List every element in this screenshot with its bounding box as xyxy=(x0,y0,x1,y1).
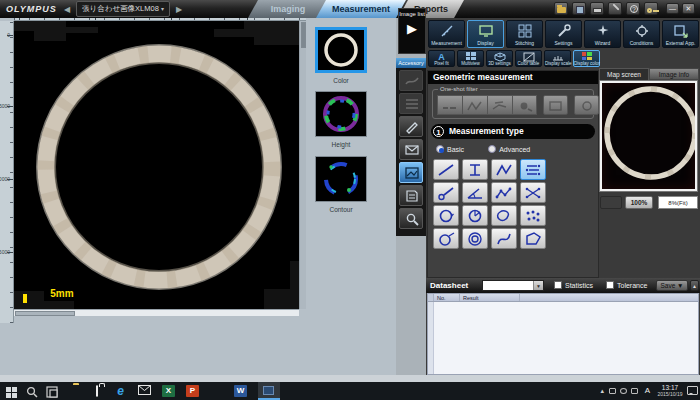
ribbon-display-button[interactable]: Display xyxy=(467,20,504,48)
tool-height-gauge[interactable] xyxy=(462,159,488,180)
tool-radius-line[interactable] xyxy=(433,182,459,203)
tab-imaging[interactable]: Imaging xyxy=(248,0,328,18)
tool-connected-lines[interactable] xyxy=(491,182,517,203)
smart-tool-button xyxy=(399,70,423,91)
print-icon[interactable] xyxy=(590,2,604,15)
document-tab[interactable]: 張り合わせ画像XLM08 ▾ xyxy=(76,1,170,17)
tool-arc-pie[interactable] xyxy=(462,205,488,226)
memo-note-button[interactable] xyxy=(399,185,423,206)
search-button[interactable] xyxy=(26,384,44,398)
tray-volume-icon[interactable] xyxy=(620,388,627,394)
ribbon-color-table-button[interactable]: Color table xyxy=(515,50,542,67)
network-sphere-icon[interactable] xyxy=(210,385,223,397)
titlebar: OLYMPUS ◀ 張り合わせ画像XLM08 ▾ ▶ Imaging Measu… xyxy=(0,0,700,18)
tool-polygon-area[interactable] xyxy=(520,228,546,249)
zoom-tool-button-disabled xyxy=(600,196,622,209)
image-list-button[interactable]: Image list ▶ xyxy=(398,8,426,54)
tab-measurement[interactable]: Measurement xyxy=(316,0,406,18)
one-shot-filter-group: One-shot filter xyxy=(432,89,594,119)
mode-radios: Basic Advanced xyxy=(436,145,530,153)
save-dropdown-button[interactable]: Save ▼ xyxy=(656,280,688,291)
powerpoint-icon[interactable]: P xyxy=(186,385,199,397)
ribbon-measurement-button[interactable]: Measurement xyxy=(428,20,465,48)
datasheet-toolbar: Datasheet ▼ Statistics Tolerance Save ▼ … xyxy=(426,278,700,293)
active-olympus-app-icon[interactable] xyxy=(258,382,280,400)
tool-concentric-circles[interactable] xyxy=(462,228,488,249)
tool-cross-lines[interactable] xyxy=(520,182,546,203)
horizontal-scrollbar[interactable] xyxy=(14,309,299,316)
ribbon-display-scale-button[interactable]: Display scale xyxy=(544,50,571,67)
excel-icon[interactable]: X xyxy=(162,385,175,397)
word-icon[interactable]: W xyxy=(234,385,247,397)
edge-browser-icon[interactable]: e xyxy=(114,385,127,397)
help-icon[interactable]: ? xyxy=(626,2,640,15)
start-button[interactable] xyxy=(6,384,24,398)
map-preview[interactable] xyxy=(600,81,697,191)
vertical-scrollbar[interactable] xyxy=(299,21,306,309)
tool-circle-leader[interactable] xyxy=(433,228,459,249)
key-icon[interactable] xyxy=(644,2,658,15)
window-bottom-edge xyxy=(0,375,700,382)
ribbon-external-app-button[interactable]: External App. xyxy=(662,20,699,48)
ribbon-settings-button[interactable]: Settings xyxy=(545,20,582,48)
ribbon-multiview-button[interactable]: Multiview xyxy=(457,50,484,67)
clock-date: 2015/10/19 xyxy=(650,391,690,397)
minimize-button[interactable]: — xyxy=(666,3,679,14)
one-shot-filter-2-button xyxy=(462,95,487,115)
ribbon-pixel-fit-button[interactable]: A Pixel fit xyxy=(428,50,455,67)
taskbar-clock[interactable]: 13:17 2015/10/19 xyxy=(650,384,690,397)
settings-wrench-icon[interactable] xyxy=(608,2,622,15)
stitch-pen-button[interactable] xyxy=(399,116,423,137)
tool-polyline[interactable] xyxy=(491,159,517,180)
thumbnail-contour[interactable] xyxy=(315,156,367,202)
tool-angle[interactable] xyxy=(462,182,488,203)
task-view-button[interactable] xyxy=(46,384,64,398)
panel-title: Geometric measurement xyxy=(428,71,598,84)
ribbon-wizard-button[interactable]: Wizard xyxy=(584,20,621,48)
save-icon[interactable] xyxy=(572,2,586,15)
tool-point-count[interactable] xyxy=(520,205,546,226)
mail-icon[interactable] xyxy=(138,385,151,397)
tray-network-icon[interactable] xyxy=(609,388,616,394)
thumbnail-color[interactable] xyxy=(315,27,367,73)
action-center-icon[interactable] xyxy=(687,386,698,395)
basic-radio[interactable]: Basic xyxy=(436,145,464,153)
tolerance-checkbox[interactable]: Tolerance xyxy=(606,281,647,289)
tab-map-screen[interactable]: Map screen xyxy=(599,68,649,80)
clock-time: 13:17 xyxy=(650,384,690,391)
results-table-body[interactable] xyxy=(428,302,698,374)
prev-image-button[interactable]: ◀ xyxy=(64,5,70,14)
ribbon-3d-settings-button[interactable]: 3D settings xyxy=(486,50,513,67)
advanced-radio[interactable]: Advanced xyxy=(488,145,530,153)
tab-image-info[interactable]: Image info xyxy=(649,68,699,80)
tool-line[interactable] xyxy=(433,159,459,180)
tray-expand-icon[interactable]: ▴ xyxy=(600,387,604,395)
zoom-level-field[interactable]: 8%(Fit) xyxy=(658,196,698,209)
zoom-100-button[interactable]: 100% xyxy=(625,196,653,209)
datasheet-combobox[interactable]: ▼ xyxy=(482,280,544,291)
tray-display-icon[interactable] xyxy=(631,388,638,394)
measurement-type-header: 1 Measurement type xyxy=(431,124,595,139)
specimen-image-canvas[interactable]: 5mm xyxy=(14,21,299,309)
tool-spline-curve[interactable] xyxy=(491,228,517,249)
ribbon-conditions-button[interactable]: Conditions xyxy=(623,20,660,48)
collapse-panel-button[interactable]: ▲ xyxy=(690,280,699,291)
statistics-checkbox[interactable]: Statistics xyxy=(554,281,593,289)
column-header-result: Result xyxy=(460,294,520,301)
tool-freeform-area[interactable] xyxy=(491,205,517,226)
next-image-button[interactable]: ▶ xyxy=(176,5,182,14)
capture-image-button[interactable] xyxy=(399,162,423,183)
open-folder-icon[interactable] xyxy=(554,2,568,15)
tool-parallel-lines[interactable] xyxy=(520,159,546,180)
thumbnail-height[interactable] xyxy=(315,91,367,137)
ribbon-display-color-button[interactable]: Display color xyxy=(573,50,600,67)
file-explorer-icon[interactable] xyxy=(66,385,79,397)
store-icon[interactable] xyxy=(90,385,103,397)
send-mail-button[interactable] xyxy=(399,139,423,160)
magnifier-button[interactable] xyxy=(399,208,423,229)
scale-bar-label: 5mm xyxy=(25,288,99,299)
tool-circle[interactable] xyxy=(433,205,459,226)
close-button[interactable]: ✕ xyxy=(682,3,695,14)
search-icon xyxy=(26,386,38,398)
ribbon-stitching-button[interactable]: Stitching xyxy=(506,20,543,48)
